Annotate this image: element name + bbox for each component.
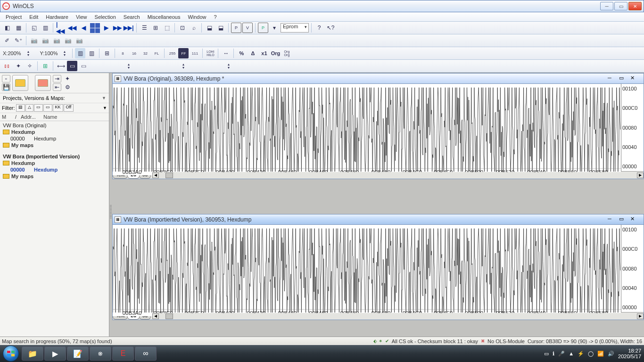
scroll-thumb[interactable] (165, 313, 173, 319)
stepper-icon[interactable]: ▴▾ (59, 48, 70, 58)
chevron-down-icon[interactable]: ▼ (103, 106, 107, 110)
taskbar-item[interactable]: ∞ (135, 346, 157, 361)
restore-button[interactable]: ▭ (614, 2, 627, 10)
open-version-button[interactable] (35, 75, 51, 91)
eprom-dropdown[interactable]: Eprom (281, 23, 309, 33)
percent-icon[interactable]: % (236, 48, 247, 58)
num-icon[interactable]: LOHIHILO (205, 48, 215, 58)
project-title[interactable]: VW Bora (Importierted Version) (2, 153, 107, 160)
filter-button[interactable]: KK (53, 104, 63, 112)
menu-window[interactable]: Window (184, 13, 210, 21)
menu-miscellaneous[interactable]: Miscellaneous (144, 13, 184, 21)
tool-btn[interactable]: ▥ (40, 23, 50, 33)
taskbar-item[interactable]: ⎈ (90, 346, 111, 361)
view-close[interactable]: ✕ (630, 75, 642, 82)
open-project-button[interactable] (12, 75, 28, 91)
col-slash[interactable]: / (15, 114, 21, 120)
num-icon[interactable]: 111 (190, 48, 200, 58)
menu-project[interactable]: Project (2, 13, 25, 21)
col-addr[interactable]: Addr... (21, 114, 43, 120)
scroll-thumb[interactable] (165, 173, 173, 178)
menu-search[interactable]: Search (120, 13, 144, 21)
view-titlebar[interactable]: ▦VW Bora (Importierted Version), 360953,… (113, 214, 644, 225)
clock[interactable]: 18:27 2020/5/17 (618, 348, 641, 359)
tool-btn[interactable]: ◧ (2, 23, 12, 33)
tool-btn[interactable]: ⬓ (204, 23, 215, 33)
v-icon[interactable]: V (242, 23, 253, 33)
tool-btn[interactable]: ☰ (139, 23, 149, 33)
tool-btn[interactable]: ⊞ (150, 23, 161, 33)
tree-item[interactable]: My maps (2, 173, 107, 180)
filter-button[interactable]: ▤ (16, 104, 25, 112)
tree-item[interactable]: Hexdump (2, 129, 107, 135)
import-icon[interactable]: ⇥ (53, 75, 61, 82)
tool-btn[interactable]: ⬓ (215, 23, 226, 33)
nav-back-icon[interactable]: ◀ (78, 23, 89, 33)
stepper-icon[interactable]: ▴▾ (223, 61, 234, 71)
view-minimize[interactable]: ─ (608, 216, 619, 223)
pointer-help-icon[interactable]: ↖? (325, 23, 336, 33)
system-tray[interactable]: ▭ ℹ 🎤 ▲ ⚡ ◯ 📶 🔊 18:27 2020/5/17 (544, 348, 641, 359)
grid-icon[interactable] (90, 23, 100, 33)
camera-icon[interactable]: 📷 (63, 35, 73, 46)
x1-icon[interactable]: x1 (259, 48, 269, 58)
projects-section-header[interactable]: Projects, Versions & Maps: ▼ (0, 93, 109, 103)
camera-icon[interactable]: ✎⁺ (13, 35, 24, 46)
num-icon[interactable]: 8 (117, 48, 128, 58)
camera-icon[interactable]: 📷 (74, 35, 84, 46)
num-icon[interactable]: FF (178, 48, 189, 58)
close-button[interactable]: ✕ (628, 2, 642, 10)
taskbar-item[interactable]: 📝 (67, 346, 89, 361)
scroll-left-icon[interactable]: ◀ (152, 173, 159, 178)
arrow-icon[interactable]: ↔ (221, 48, 231, 58)
camera-icon[interactable]: 📷 (40, 35, 50, 46)
horizontal-scrollbar[interactable]: ◀▶ (152, 313, 644, 320)
tree-item[interactable]: My maps (2, 142, 107, 148)
num-icon[interactable]: FL (151, 48, 162, 58)
menu-selection[interactable]: Selection (91, 13, 120, 21)
spark-icon[interactable]: ✧ (25, 61, 35, 71)
view-close[interactable]: ✕ (630, 216, 642, 223)
filter-button[interactable]: Off (64, 104, 74, 112)
bars-icon[interactable]: ▥ (75, 48, 85, 58)
bars-icon[interactable]: ▥ (86, 48, 97, 58)
delta-icon[interactable]: Δ (248, 48, 258, 58)
camera-icon[interactable]: 📷 (51, 35, 62, 46)
menu-edit[interactable]: Edit (25, 13, 42, 21)
menu-view[interactable]: View (72, 13, 91, 21)
num-icon[interactable]: 16 (129, 48, 139, 58)
view-titlebar[interactable]: ▦VW Bora (Original), 363089, Hexdump *─▭… (113, 74, 644, 84)
nav-last-icon[interactable]: ▶▶| (124, 23, 134, 33)
start-button[interactable] (3, 346, 19, 362)
slider-icon[interactable]: ⟷ (56, 61, 66, 71)
waveform-chart[interactable]: 00B3A000B3C000B3E000B40000B42000B44000B4… (113, 84, 644, 171)
menu-hardware[interactable]: Hardware (42, 13, 72, 21)
tree-item[interactable]: 00000Hexdump (2, 166, 107, 173)
num-icon[interactable]: 255 (167, 48, 177, 58)
tree-icon[interactable]: ⊞ (40, 61, 50, 71)
minimize-button[interactable]: ─ (600, 2, 613, 10)
horizontal-scrollbar[interactable]: ◀▶ (152, 172, 644, 179)
project-title[interactable]: VW Bora (Original) (2, 122, 107, 129)
tool-btn[interactable]: ⌕ (189, 23, 199, 33)
dropdown-icon[interactable]: ▾ (269, 23, 280, 33)
project-tree[interactable]: VW Bora (Original)Hexdump00000HexdumpMy … (0, 121, 109, 337)
taskbar-item[interactable]: 📁 (22, 346, 43, 361)
menu-?[interactable]: ? (210, 13, 221, 21)
tray-icon[interactable]: ◯ (588, 351, 594, 357)
col-name[interactable]: Name (43, 114, 107, 120)
p-icon[interactable]: P (258, 23, 268, 33)
gear-icon[interactable]: ⚙ (63, 83, 72, 91)
scroll-right-icon[interactable]: ▶ (637, 313, 644, 319)
org-icon[interactable]: Org (270, 48, 281, 58)
window-icon[interactable]: ▭ (67, 61, 77, 71)
tray-icon[interactable]: ℹ (553, 351, 554, 357)
filter-button[interactable]: ▭ (34, 104, 43, 112)
tool-btn[interactable]: ◱ (29, 23, 39, 33)
nav-first-icon[interactable]: |◀◀ (56, 23, 66, 33)
chart-icon[interactable]: ⫾⫾ (2, 61, 12, 71)
taskbar-item[interactable]: ▶ (44, 346, 66, 361)
tray-icon[interactable]: ▲ (569, 351, 574, 356)
taskbar-item[interactable]: E (112, 346, 134, 361)
tray-icon[interactable]: ⚡ (578, 351, 584, 357)
